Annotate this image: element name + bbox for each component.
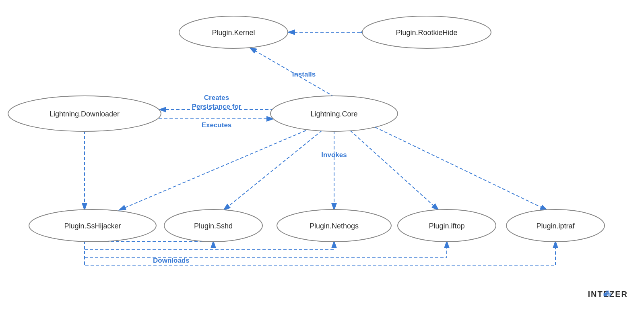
creates-persistance-label: Creates — [204, 94, 229, 102]
invokes-label: Invokes — [321, 151, 347, 159]
edge-invoke-iptraf — [370, 125, 547, 210]
edge-invoke-sshd — [223, 131, 322, 210]
plugin-kernel-label: Plugin.Kernel — [212, 29, 255, 37]
downloads-label: Downloads — [153, 257, 190, 264]
svg-rect-4 — [608, 293, 611, 296]
executes-label: Executes — [202, 121, 232, 129]
plugin-sshd-label: Plugin.Sshd — [194, 222, 233, 230]
edge-downloads-nethogs — [85, 241, 334, 250]
edge-downloads-iptraf — [85, 131, 555, 266]
lightning-downloader-label: Lightning.Downloader — [50, 110, 120, 118]
installs-label: Installs — [292, 70, 316, 78]
plugin-iftop-label: Plugin.iftop — [429, 222, 464, 230]
edge-invoke-iftop — [350, 131, 439, 210]
plugin-sshijacker-label: Plugin.SsHijacker — [64, 222, 121, 230]
diagram-container: Plugin.Kernel (bidirectional dashed) -->… — [0, 0, 644, 311]
creates-persistance-label2: Persistance for — [192, 103, 242, 110]
intezer-logo: INTEZER — [588, 290, 628, 299]
edge-invoke-sshijacker — [119, 131, 306, 210]
intezer-icon — [588, 290, 628, 299]
plugin-nethogs-label: Plugin.Nethogs — [310, 222, 359, 230]
plugin-iptraf-label: Plugin.iptraf — [536, 222, 575, 230]
plugin-rootkie-label: Plugin.RootkieHide — [396, 29, 457, 37]
lightning-core-label: Lightning.Core — [310, 110, 357, 118]
